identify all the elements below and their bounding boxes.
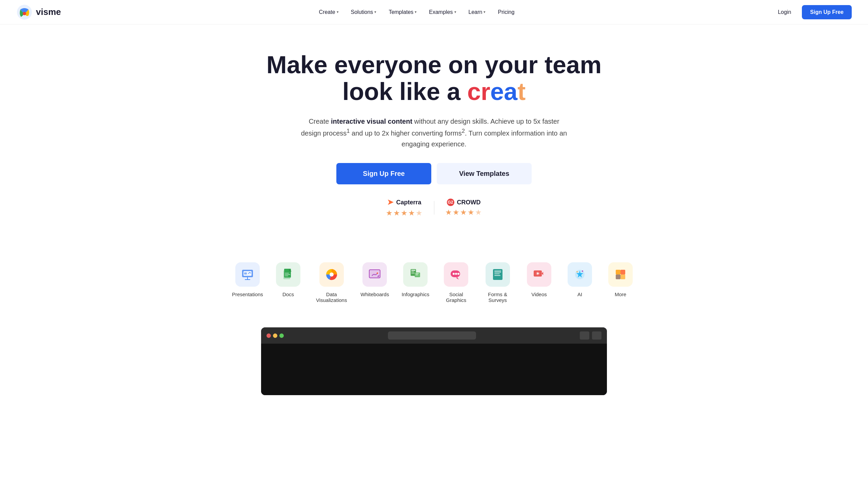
capterra-logo: ➤ Capterra [387, 198, 421, 207]
ai-label: AI [577, 291, 582, 297]
svg-marker-35 [542, 272, 543, 275]
chevron-down-icon: ▾ [374, 10, 376, 14]
svg-rect-30 [494, 272, 501, 272]
infographics-label: Infographics [402, 291, 430, 297]
svg-point-1 [23, 12, 26, 15]
svg-point-17 [377, 272, 378, 274]
hero-section: Make everyone on your team look like a c… [248, 24, 620, 238]
hero-title: Make everyone on your team look like a c… [261, 52, 607, 105]
signup-free-button[interactable]: Sign Up Free [336, 163, 431, 184]
infographics-icon [403, 262, 428, 287]
navigation: visme Create ▾ Solutions ▾ Templates ▾ E… [0, 0, 868, 24]
social-graphics-icon [444, 262, 468, 287]
nav-signup-button[interactable]: Sign Up Free [802, 5, 852, 19]
videos-label: Videos [531, 291, 547, 297]
social-graphics-label: Social Graphics [440, 291, 472, 303]
g2-rating: G2 CROWD ★★★★★ [434, 199, 493, 217]
svg-rect-32 [494, 275, 500, 276]
data-visualizations-icon [319, 262, 344, 287]
category-social-graphics[interactable]: Social Graphics [436, 258, 476, 307]
chevron-down-icon: ▾ [454, 10, 456, 14]
svg-rect-41 [616, 270, 620, 274]
svg-point-27 [455, 273, 457, 275]
category-infographics[interactable]: Infographics [395, 258, 436, 301]
ratings-section: ➤ Capterra ★★★★★ G2 CROWD ★★★★★ [261, 198, 607, 218]
forms-surveys-icon [486, 262, 510, 287]
chevron-down-icon: ▾ [484, 10, 486, 14]
svg-point-14 [330, 272, 334, 277]
category-docs[interactable]: Docs [268, 258, 309, 301]
g2-logo: G2 CROWD [447, 199, 481, 206]
nav-pricing[interactable]: Pricing [493, 6, 519, 18]
browser-content [261, 344, 607, 395]
svg-rect-19 [411, 270, 415, 271]
category-presentations[interactable]: Presentations [227, 258, 268, 301]
data-visualizations-label: Data Visualizations [313, 291, 350, 303]
capterra-rating: ➤ Capterra ★★★★★ [375, 198, 434, 218]
capterra-stars: ★★★★★ [386, 209, 423, 218]
nav-right: Login Sign Up Free [772, 5, 852, 19]
more-icon [608, 262, 633, 287]
svg-rect-21 [411, 273, 415, 273]
svg-rect-33 [494, 270, 501, 271]
dot-yellow [273, 333, 277, 338]
docs-icon [276, 262, 300, 287]
dot-red [267, 333, 271, 338]
hero-subtitle: Create interactive visual content withou… [298, 116, 570, 149]
svg-rect-6 [244, 272, 247, 274]
hero-buttons: Sign Up Free View Templates [261, 163, 607, 184]
category-videos[interactable]: Videos [519, 258, 559, 301]
chevron-down-icon: ▾ [337, 10, 339, 14]
dot-green [279, 333, 284, 338]
logo[interactable]: visme [16, 4, 61, 20]
svg-rect-24 [415, 274, 418, 275]
browser-bar [261, 327, 607, 344]
ai-icon [568, 262, 592, 287]
categories-section: PresentationsDocsData VisualizationsWhit… [214, 238, 654, 321]
svg-rect-12 [283, 270, 290, 279]
nav-create[interactable]: Create ▾ [314, 6, 343, 18]
category-ai[interactable]: AI [559, 258, 600, 301]
browser-dots [267, 333, 284, 338]
svg-point-39 [582, 270, 583, 272]
presentations-label: Presentations [232, 291, 263, 297]
svg-rect-42 [620, 270, 625, 274]
logo-text: visme [36, 7, 61, 17]
category-forms-surveys[interactable]: Forms & Surveys [476, 258, 519, 307]
forms-surveys-label: Forms & Surveys [480, 291, 515, 303]
category-whiteboards[interactable]: Whiteboards [354, 258, 395, 301]
view-templates-button[interactable]: View Templates [437, 163, 532, 184]
svg-rect-44 [620, 274, 625, 279]
svg-point-28 [457, 273, 459, 275]
browser-url-bar [388, 331, 476, 340]
svg-point-40 [577, 271, 578, 272]
category-more[interactable]: More [600, 258, 641, 301]
chevron-down-icon: ▾ [415, 10, 417, 14]
browser-action-2 [592, 331, 601, 340]
docs-label: Docs [282, 291, 294, 297]
presentations-icon [235, 262, 260, 287]
svg-rect-43 [616, 274, 620, 279]
g2-icon: G2 [447, 199, 454, 206]
capterra-icon: ➤ [387, 198, 393, 207]
svg-rect-5 [245, 279, 250, 280]
browser-action-1 [580, 331, 589, 340]
nav-solutions[interactable]: Solutions ▾ [346, 6, 381, 18]
svg-rect-31 [494, 273, 500, 274]
svg-point-26 [453, 273, 455, 275]
whiteboards-icon [362, 262, 387, 287]
browser-actions [580, 331, 601, 340]
login-button[interactable]: Login [772, 6, 796, 18]
logo-icon [16, 4, 33, 20]
svg-rect-20 [411, 271, 414, 272]
nav-links: Create ▾ Solutions ▾ Templates ▾ Example… [314, 6, 519, 18]
category-data-visualizations[interactable]: Data Visualizations [309, 258, 354, 307]
whiteboards-label: Whiteboards [360, 291, 389, 297]
g2-stars: ★★★★★ [445, 208, 482, 217]
more-label: More [615, 291, 626, 297]
browser-mockup [261, 327, 607, 395]
nav-examples[interactable]: Examples ▾ [424, 6, 461, 18]
nav-templates[interactable]: Templates ▾ [384, 6, 421, 18]
nav-learn[interactable]: Learn ▾ [464, 6, 491, 18]
svg-rect-23 [415, 273, 419, 274]
